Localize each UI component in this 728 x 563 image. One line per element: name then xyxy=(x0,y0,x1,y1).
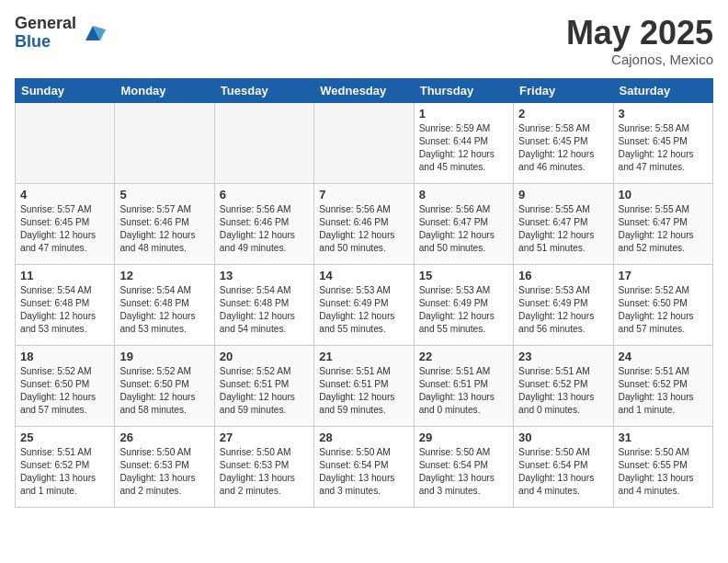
calendar-week-3: 11Sunrise: 5:54 AM Sunset: 6:48 PM Dayli… xyxy=(16,264,713,345)
day-number: 25 xyxy=(20,431,109,444)
calendar-cell: 16Sunrise: 5:53 AM Sunset: 6:49 PM Dayli… xyxy=(514,264,613,345)
day-info: Sunrise: 5:50 AM Sunset: 6:55 PM Dayligh… xyxy=(619,446,708,499)
calendar-cell: 8Sunrise: 5:56 AM Sunset: 6:47 PM Daylig… xyxy=(414,183,513,264)
day-info: Sunrise: 5:52 AM Sunset: 6:50 PM Dayligh… xyxy=(619,284,708,337)
day-info: Sunrise: 5:54 AM Sunset: 6:48 PM Dayligh… xyxy=(119,284,209,337)
calendar-cell xyxy=(115,102,214,183)
day-number: 3 xyxy=(619,107,708,121)
calendar-cell: 27Sunrise: 5:50 AM Sunset: 6:53 PM Dayli… xyxy=(214,426,313,507)
day-number: 22 xyxy=(419,350,508,363)
day-info: Sunrise: 5:51 AM Sunset: 6:52 PM Dayligh… xyxy=(619,365,708,418)
day-number: 7 xyxy=(319,188,408,201)
calendar-cell: 29Sunrise: 5:50 AM Sunset: 6:54 PM Dayli… xyxy=(414,426,513,507)
logo-blue: Blue xyxy=(15,33,76,52)
calendar-week-1: 1Sunrise: 5:59 AM Sunset: 6:44 PM Daylig… xyxy=(16,102,713,183)
calendar-cell: 3Sunrise: 5:58 AM Sunset: 6:45 PM Daylig… xyxy=(613,102,712,183)
day-info: Sunrise: 5:50 AM Sunset: 6:53 PM Dayligh… xyxy=(119,446,209,499)
calendar-cell: 17Sunrise: 5:52 AM Sunset: 6:50 PM Dayli… xyxy=(613,264,712,345)
day-info: Sunrise: 5:58 AM Sunset: 6:45 PM Dayligh… xyxy=(518,122,608,175)
day-info: Sunrise: 5:56 AM Sunset: 6:46 PM Dayligh… xyxy=(220,203,309,256)
day-number: 30 xyxy=(518,431,608,444)
day-number: 20 xyxy=(220,350,309,363)
calendar-cell xyxy=(214,102,313,183)
calendar-header-thursday: Thursday xyxy=(414,78,513,102)
day-info: Sunrise: 5:51 AM Sunset: 6:52 PM Dayligh… xyxy=(518,365,608,418)
calendar-header-friday: Friday xyxy=(514,78,613,102)
day-info: Sunrise: 5:53 AM Sunset: 6:49 PM Dayligh… xyxy=(419,284,508,337)
day-info: Sunrise: 5:50 AM Sunset: 6:53 PM Dayligh… xyxy=(220,446,309,499)
calendar-cell: 2Sunrise: 5:58 AM Sunset: 6:45 PM Daylig… xyxy=(514,102,613,183)
day-info: Sunrise: 5:58 AM Sunset: 6:45 PM Dayligh… xyxy=(619,122,708,175)
title-block: May 2025 Cajonos, Mexico xyxy=(566,15,713,67)
day-number: 26 xyxy=(119,431,209,444)
calendar-header-wednesday: Wednesday xyxy=(314,78,414,102)
day-number: 17 xyxy=(619,269,708,282)
calendar-cell: 1Sunrise: 5:59 AM Sunset: 6:44 PM Daylig… xyxy=(414,102,513,183)
day-number: 9 xyxy=(518,188,608,201)
calendar-cell: 7Sunrise: 5:56 AM Sunset: 6:46 PM Daylig… xyxy=(314,183,414,264)
calendar-week-5: 25Sunrise: 5:51 AM Sunset: 6:52 PM Dayli… xyxy=(16,426,713,507)
calendar-cell: 11Sunrise: 5:54 AM Sunset: 6:48 PM Dayli… xyxy=(16,264,115,345)
day-info: Sunrise: 5:51 AM Sunset: 6:51 PM Dayligh… xyxy=(319,365,408,418)
day-number: 12 xyxy=(119,269,209,282)
day-number: 27 xyxy=(220,431,309,444)
day-info: Sunrise: 5:57 AM Sunset: 6:45 PM Dayligh… xyxy=(20,203,109,256)
day-info: Sunrise: 5:53 AM Sunset: 6:49 PM Dayligh… xyxy=(518,284,608,337)
day-info: Sunrise: 5:50 AM Sunset: 6:54 PM Dayligh… xyxy=(518,446,608,499)
day-number: 29 xyxy=(419,431,508,444)
calendar-cell: 19Sunrise: 5:52 AM Sunset: 6:50 PM Dayli… xyxy=(115,345,214,426)
day-number: 16 xyxy=(518,269,608,282)
logo-icon xyxy=(80,20,106,46)
day-number: 14 xyxy=(319,269,408,282)
calendar-header-row: SundayMondayTuesdayWednesdayThursdayFrid… xyxy=(16,78,713,102)
day-info: Sunrise: 5:56 AM Sunset: 6:47 PM Dayligh… xyxy=(419,203,508,256)
calendar-cell: 20Sunrise: 5:52 AM Sunset: 6:51 PM Dayli… xyxy=(214,345,313,426)
day-info: Sunrise: 5:50 AM Sunset: 6:54 PM Dayligh… xyxy=(319,446,408,499)
calendar-cell: 25Sunrise: 5:51 AM Sunset: 6:52 PM Dayli… xyxy=(16,426,115,507)
calendar-cell: 30Sunrise: 5:50 AM Sunset: 6:54 PM Dayli… xyxy=(514,426,613,507)
day-number: 18 xyxy=(20,350,109,363)
calendar-week-2: 4Sunrise: 5:57 AM Sunset: 6:45 PM Daylig… xyxy=(16,183,713,264)
day-info: Sunrise: 5:59 AM Sunset: 6:44 PM Dayligh… xyxy=(419,122,508,175)
day-number: 6 xyxy=(220,188,309,201)
calendar-cell: 5Sunrise: 5:57 AM Sunset: 6:46 PM Daylig… xyxy=(115,183,214,264)
day-info: Sunrise: 5:51 AM Sunset: 6:52 PM Dayligh… xyxy=(20,446,109,499)
calendar-cell: 26Sunrise: 5:50 AM Sunset: 6:53 PM Dayli… xyxy=(115,426,214,507)
day-info: Sunrise: 5:55 AM Sunset: 6:47 PM Dayligh… xyxy=(518,203,608,256)
day-info: Sunrise: 5:54 AM Sunset: 6:48 PM Dayligh… xyxy=(220,284,309,337)
day-number: 19 xyxy=(119,350,209,363)
calendar-cell: 14Sunrise: 5:53 AM Sunset: 6:49 PM Dayli… xyxy=(314,264,414,345)
day-info: Sunrise: 5:52 AM Sunset: 6:50 PM Dayligh… xyxy=(119,365,209,418)
calendar-cell: 9Sunrise: 5:55 AM Sunset: 6:47 PM Daylig… xyxy=(514,183,613,264)
calendar-cell: 10Sunrise: 5:55 AM Sunset: 6:47 PM Dayli… xyxy=(613,183,712,264)
calendar-cell: 13Sunrise: 5:54 AM Sunset: 6:48 PM Dayli… xyxy=(214,264,313,345)
calendar-cell: 4Sunrise: 5:57 AM Sunset: 6:45 PM Daylig… xyxy=(16,183,115,264)
calendar-cell: 22Sunrise: 5:51 AM Sunset: 6:51 PM Dayli… xyxy=(414,345,513,426)
calendar-header-monday: Monday xyxy=(115,78,214,102)
day-number: 31 xyxy=(619,431,708,444)
day-info: Sunrise: 5:55 AM Sunset: 6:47 PM Dayligh… xyxy=(619,203,708,256)
day-info: Sunrise: 5:50 AM Sunset: 6:54 PM Dayligh… xyxy=(419,446,508,499)
calendar-cell: 24Sunrise: 5:51 AM Sunset: 6:52 PM Dayli… xyxy=(613,345,712,426)
day-number: 13 xyxy=(220,269,309,282)
calendar-cell: 28Sunrise: 5:50 AM Sunset: 6:54 PM Dayli… xyxy=(314,426,414,507)
day-info: Sunrise: 5:53 AM Sunset: 6:49 PM Dayligh… xyxy=(319,284,408,337)
logo: General Blue xyxy=(15,15,106,52)
day-number: 5 xyxy=(119,188,209,201)
calendar-cell: 31Sunrise: 5:50 AM Sunset: 6:55 PM Dayli… xyxy=(613,426,712,507)
month-title: May 2025 xyxy=(566,15,713,52)
day-number: 21 xyxy=(319,350,408,363)
calendar-cell: 21Sunrise: 5:51 AM Sunset: 6:51 PM Dayli… xyxy=(314,345,414,426)
calendar-cell: 15Sunrise: 5:53 AM Sunset: 6:49 PM Dayli… xyxy=(414,264,513,345)
day-info: Sunrise: 5:52 AM Sunset: 6:50 PM Dayligh… xyxy=(20,365,109,418)
day-number: 24 xyxy=(619,350,708,363)
calendar-table: SundayMondayTuesdayWednesdayThursdayFrid… xyxy=(15,78,713,508)
calendar-header-saturday: Saturday xyxy=(613,78,712,102)
location: Cajonos, Mexico xyxy=(566,52,713,67)
calendar-header-sunday: Sunday xyxy=(16,78,115,102)
day-number: 28 xyxy=(319,431,408,444)
day-info: Sunrise: 5:56 AM Sunset: 6:46 PM Dayligh… xyxy=(319,203,408,256)
page-header: General Blue May 2025 Cajonos, Mexico xyxy=(15,15,713,67)
day-info: Sunrise: 5:54 AM Sunset: 6:48 PM Dayligh… xyxy=(20,284,109,337)
day-info: Sunrise: 5:52 AM Sunset: 6:51 PM Dayligh… xyxy=(220,365,309,418)
